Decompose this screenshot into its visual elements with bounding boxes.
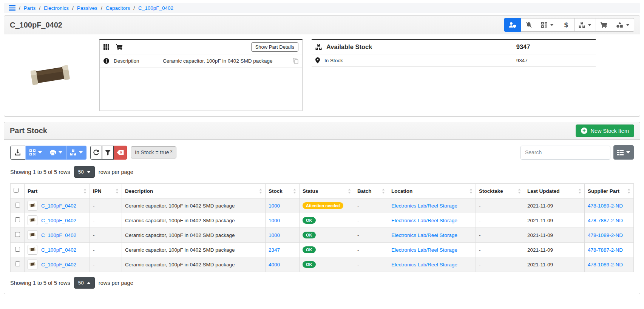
column-header-description[interactable]: Description <box>122 184 266 198</box>
row-checkbox[interactable] <box>15 217 20 222</box>
ipn-cell: - <box>90 213 122 228</box>
table-action-buttons <box>10 146 86 160</box>
columns-button[interactable] <box>613 145 634 160</box>
sort-icon[interactable] <box>116 189 119 194</box>
sort-icon[interactable] <box>348 189 351 194</box>
row-checkbox[interactable] <box>15 261 20 266</box>
new-stock-item-button[interactable]: New Stock Item <box>576 125 634 137</box>
in-stock-label: In Stock <box>324 58 343 63</box>
reload-table-button[interactable] <box>90 146 102 160</box>
sort-icon[interactable] <box>293 189 296 194</box>
page-size-dropdown[interactable]: 50 <box>74 277 95 289</box>
supplier-part-link[interactable]: 478-1089-2-ND <box>588 262 623 267</box>
barcode-print-button[interactable] <box>25 146 46 160</box>
breadcrumb-link[interactable]: C_100pF_0402 <box>138 5 173 11</box>
part-image[interactable] <box>10 39 90 111</box>
column-header-stocktake[interactable]: Stocktake <box>476 184 524 198</box>
location-link[interactable]: Electronics Lab/Reel Storage <box>391 203 457 209</box>
description-cell: Ceramic capacitor, 100pF in 0402 SMD pac… <box>122 228 266 243</box>
breadcrumb-separator: / <box>39 5 40 11</box>
search-input[interactable] <box>520 146 610 160</box>
stock-options-button[interactable] <box>66 146 86 160</box>
breadcrumb-link[interactable]: Passives <box>77 5 97 11</box>
page-size-dropdown[interactable]: 50 <box>74 166 95 178</box>
pricing-button[interactable]: $ <box>558 18 575 32</box>
select-all-checkbox-header[interactable] <box>11 184 25 198</box>
column-header-part[interactable]: Part <box>25 184 90 198</box>
column-header-supplier-part[interactable]: Supplier Part <box>585 184 634 198</box>
part-link[interactable]: C_100pF_0402 <box>41 203 76 209</box>
table-toolbar-left: In Stock = true x <box>10 146 176 160</box>
clear-filters-button[interactable] <box>114 146 127 160</box>
column-header-status[interactable]: Status <box>300 184 354 198</box>
batch-cell: - <box>354 198 388 213</box>
sort-icon[interactable] <box>578 189 581 194</box>
remove-filter-chip[interactable]: x <box>170 149 173 153</box>
location-link[interactable]: Electronics Lab/Reel Storage <box>391 218 457 223</box>
table-filter-buttons <box>90 146 127 160</box>
column-header-ipn[interactable]: IPN <box>90 184 122 198</box>
supplier-part-link[interactable]: 478-1089-2-ND <box>588 232 623 238</box>
caret-down-icon <box>79 151 83 154</box>
filter-button[interactable] <box>102 146 114 160</box>
show-part-details-button[interactable]: Show Part Details <box>251 42 298 52</box>
column-header-last-updated[interactable]: Last Updated <box>524 184 585 198</box>
row-checkbox[interactable] <box>15 232 20 237</box>
table-row: C_100pF_0402 - Ceramic capacitor, 100pF … <box>11 198 634 213</box>
select-all-checkbox[interactable] <box>14 188 19 193</box>
row-checkbox[interactable] <box>15 203 20 208</box>
status-badge: OK <box>303 261 316 268</box>
grid-icon[interactable] <box>103 44 109 50</box>
stock-link[interactable]: 1000 <box>269 218 280 223</box>
location-link[interactable]: Electronics Lab/Reel Storage <box>391 247 457 253</box>
last-updated-cell: 2021-11-09 <box>524 213 585 228</box>
stock-actions-button[interactable] <box>575 18 596 32</box>
supplier-part-link[interactable]: 478-1089-2-ND <box>588 203 623 209</box>
part-link[interactable]: C_100pF_0402 <box>41 218 76 223</box>
sort-icon[interactable] <box>469 189 473 194</box>
filter-chip[interactable]: In Stock = true x <box>131 146 176 158</box>
print-button[interactable] <box>46 146 66 160</box>
column-header-batch[interactable]: Batch <box>354 184 388 198</box>
available-stock-panel: Available Stock 9347 In Stock 9347 <box>312 39 596 67</box>
page-title: C_100pF_0402 <box>10 21 62 29</box>
sort-icon[interactable] <box>259 189 262 194</box>
column-header-stock[interactable]: Stock <box>266 184 300 198</box>
stock-link[interactable]: 1000 <box>269 232 280 238</box>
cart-icon[interactable] <box>116 44 123 50</box>
copy-icon[interactable] <box>293 58 298 64</box>
stock-link[interactable]: 1000 <box>269 203 280 209</box>
sort-icon[interactable] <box>627 189 630 194</box>
location-link[interactable]: Electronics Lab/Reel Storage <box>391 262 457 267</box>
column-header-location[interactable]: Location <box>388 184 476 198</box>
printer-icon <box>50 150 56 155</box>
menu-icon[interactable] <box>9 5 15 11</box>
sort-icon[interactable] <box>83 189 86 194</box>
sort-icon[interactable] <box>382 189 385 194</box>
part-thumbnail <box>28 245 37 255</box>
order-button[interactable] <box>596 18 612 32</box>
part-stock-card: Part Stock New Stock Item In Stock = tru… <box>4 122 640 294</box>
supplier-part-link[interactable]: 478-7887-2-ND <box>588 247 623 253</box>
row-checkbox[interactable] <box>15 247 20 252</box>
part-actions-button[interactable] <box>612 18 634 32</box>
supplier-part-link[interactable]: 478-7887-2-ND <box>588 218 623 223</box>
breadcrumb-link[interactable]: Electronics <box>44 5 69 11</box>
part-link[interactable]: C_100pF_0402 <box>41 247 76 253</box>
stocktake-cell: - <box>476 257 524 272</box>
batch-cell: - <box>354 228 388 243</box>
stock-link[interactable]: 4000 <box>269 262 280 267</box>
breadcrumb-link[interactable]: Parts <box>24 5 36 11</box>
part-link[interactable]: C_100pF_0402 <box>41 232 76 238</box>
export-button[interactable] <box>10 146 25 160</box>
description-cell: Ceramic capacitor, 100pF in 0402 SMD pac… <box>122 213 266 228</box>
location-link[interactable]: Electronics Lab/Reel Storage <box>391 232 457 238</box>
barcode-actions-button[interactable] <box>537 18 558 32</box>
part-details-panel: Show Part Details Description Ceramic ca… <box>99 39 303 111</box>
part-link[interactable]: C_100pF_0402 <box>41 262 76 267</box>
breadcrumb-link[interactable]: Capacitors <box>106 5 130 11</box>
stock-link[interactable]: 2347 <box>269 247 280 253</box>
notifications-off-button[interactable] <box>521 18 537 32</box>
sort-icon[interactable] <box>518 189 521 194</box>
subscribe-button[interactable] <box>504 18 521 32</box>
